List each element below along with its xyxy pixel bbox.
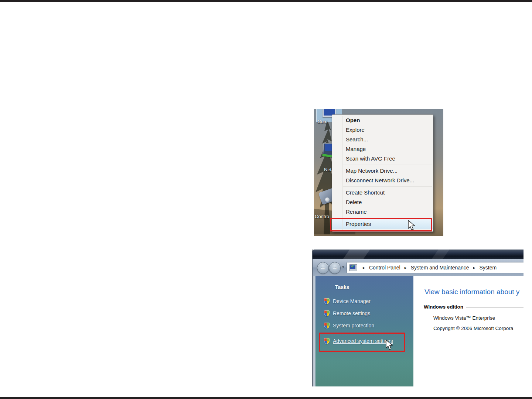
forward-button[interactable]: → (329, 262, 341, 274)
page-top-border (0, 0, 532, 2)
menu-item-create-shortcut[interactable]: Create Shortcut (332, 188, 433, 197)
back-button[interactable]: ← (317, 262, 329, 274)
breadcrumb-system-and-maintenance[interactable]: System and Maintenance (411, 265, 469, 271)
menu-item-delete[interactable]: Delete (332, 197, 433, 207)
system-window-screenshot: ← → ▼ ✓ ► Control Panel ► System and Mai… (312, 250, 524, 386)
menu-item-explore[interactable]: Explore (332, 125, 433, 135)
menu-item-map-network-drive[interactable]: Map Network Drive... (332, 166, 433, 176)
network-icon-label: Net (324, 167, 331, 172)
breadcrumb-system[interactable]: System (480, 265, 497, 271)
security-shield-icon (324, 310, 330, 316)
copyright-text: Copyright © 2006 Microsoft Corpora (433, 326, 513, 331)
page-heading: View basic information about y (424, 288, 519, 296)
page-bottom-border (0, 397, 532, 399)
sidebar-item-label: Device Manager (333, 298, 371, 304)
address-bar[interactable]: ✓ ► Control Panel ► System and Maintenan… (347, 262, 524, 273)
breadcrumb-arrow-icon: ► (359, 266, 369, 270)
menu-separator (343, 186, 432, 187)
control-panel-knob (325, 197, 330, 202)
security-shield-icon (324, 323, 330, 329)
check-icon: ✓ (351, 264, 355, 269)
system-info-content: View basic information about y Windows e… (413, 276, 524, 386)
edition-text: Windows Vista™ Enterprise (433, 315, 495, 321)
navigation-bar: ← → ▼ ✓ ► Control Panel ► System and Mai… (313, 259, 524, 276)
menu-item-open[interactable]: Open (332, 116, 433, 125)
recent-pages-chevron-icon[interactable]: ▼ (341, 265, 345, 269)
mouse-cursor (385, 340, 393, 351)
menu-item-search[interactable]: Search... (332, 135, 433, 144)
menu-item-manage[interactable]: Manage (332, 144, 433, 154)
tasks-sidebar: Tasks Device Manager Remote settings Sys… (316, 276, 413, 386)
sidebar-item-label: System protection (333, 323, 374, 329)
section-divider (466, 307, 524, 308)
sidebar-item-device-manager[interactable]: Device Manager (324, 297, 411, 306)
breadcrumb-control-panel[interactable]: Control Panel (369, 265, 400, 271)
breadcrumb-arrow-icon: ► (469, 266, 480, 270)
control-panel-icon-label: Contro (315, 214, 329, 219)
window-title-bar (313, 250, 524, 259)
sidebar-item-remote-settings[interactable]: Remote settings (324, 309, 411, 318)
sidebar-item-label: Remote settings (333, 310, 370, 316)
glass-streak (339, 250, 372, 259)
annotation-box-properties (330, 218, 432, 231)
computer-icon-label: Com (317, 119, 327, 124)
tasks-header: Tasks (335, 284, 349, 290)
menu-gutter-line (342, 116, 343, 230)
mouse-cursor (407, 220, 415, 231)
breadcrumb-arrow-icon: ► (400, 266, 411, 270)
security-shield-icon (324, 298, 330, 304)
context-menu: Open Explore Search... Manage Scan with … (332, 114, 433, 232)
menu-item-disconnect-network-drive[interactable]: Disconnect Network Drive... (332, 176, 433, 185)
context-menu-screenshot: Com Net Contro Open Explore Search... Ma… (314, 109, 443, 236)
back-arrow-icon: ← (320, 264, 326, 271)
menu-item-rename[interactable]: Rename (332, 207, 433, 217)
window-body: Tasks Device Manager Remote settings Sys… (313, 276, 524, 386)
menu-separator (343, 165, 432, 165)
windows-edition-section: Windows edition (424, 304, 524, 310)
glass-streak (428, 250, 452, 259)
menu-item-scan-with-avg-free[interactable]: Scan with AVG Free (332, 154, 433, 164)
forward-arrow-icon: → (332, 264, 338, 271)
window-left-border (313, 276, 316, 386)
section-title: Windows edition (424, 304, 463, 310)
sidebar-item-system-protection[interactable]: System protection (324, 321, 411, 330)
computer-icon: ✓ (349, 264, 357, 271)
